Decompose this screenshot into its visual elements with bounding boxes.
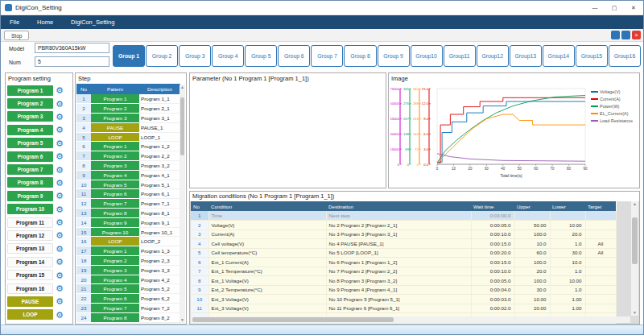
ribbon-collapse-icon[interactable]	[621, 31, 630, 39]
migration-row[interactable]: 7Ext_1 Temperature(°C)No 7 Program 2 [Pr…	[191, 267, 616, 276]
step-row[interactable]: 18Program 2Program 2_3	[76, 256, 180, 266]
group-tab-11[interactable]: Group11	[444, 45, 476, 67]
step-row[interactable]: 12Program 7Program 7_1	[76, 199, 180, 209]
migration-scrollbar[interactable]: ▲ ▼	[631, 201, 638, 316]
group-tab-13[interactable]: Group13	[510, 45, 542, 67]
gear-icon[interactable]: ⚙	[56, 218, 64, 226]
step-row[interactable]: 24Program 8Program 8_2	[76, 312, 180, 322]
gear-icon[interactable]: ⚙	[56, 113, 64, 121]
gear-icon[interactable]: ⚙	[56, 192, 64, 200]
gear-icon[interactable]: ⚙	[56, 271, 64, 279]
num-input[interactable]	[35, 56, 109, 67]
group-tab-7[interactable]: Group 7	[311, 45, 343, 67]
program-button-pause[interactable]: PAUSE	[7, 296, 53, 307]
gear-icon[interactable]: ⚙	[56, 166, 64, 174]
gear-icon[interactable]: ⚙	[56, 100, 64, 108]
gear-icon[interactable]: ⚙	[56, 297, 64, 305]
migration-row[interactable]: 4Cell voltage(V)No 4 PAUSE [PAUSE_1]0:00…	[191, 239, 616, 249]
step-row[interactable]: 5LOOPLOOP_1	[76, 132, 180, 142]
gear-icon[interactable]: ⚙	[56, 126, 64, 134]
program-button-program-9[interactable]: Program 9	[7, 191, 53, 201]
program-button-program-2[interactable]: Program 2	[7, 98, 53, 109]
program-button-program-13[interactable]: Program 13	[7, 243, 53, 254]
step-row[interactable]: 9Program 4Program 4_1	[76, 170, 180, 180]
maximize-icon[interactable]: ▢	[605, 1, 624, 14]
step-row[interactable]: 19Program 3Program 3_3	[76, 265, 180, 275]
group-tab-15[interactable]: Group15	[576, 45, 608, 67]
menu-item-home[interactable]: Home	[28, 15, 62, 29]
gear-icon[interactable]: ⚙	[56, 205, 64, 213]
step-scrollbar[interactable]: ▲ ▼	[180, 85, 185, 323]
step-row[interactable]: 16LOOPLOOP_2	[76, 237, 180, 246]
group-tab-4[interactable]: Group 4	[212, 45, 244, 67]
step-row[interactable]: 17Program 1Program 1_3	[76, 246, 180, 256]
migration-row[interactable]: 10Ext_3 Voltage(V)No 10 Program 5 [Progr…	[191, 295, 616, 304]
step-scroll-thumb[interactable]	[180, 97, 184, 155]
step-row[interactable]: 11Program 6Program 6_1	[76, 189, 180, 199]
gear-icon[interactable]: ⚙	[56, 139, 64, 147]
scroll-up-icon[interactable]: ▲	[631, 201, 638, 207]
gear-icon[interactable]: ⚙	[56, 311, 64, 319]
migration-row[interactable]: 9Ext_2 Temperature(°C)No 9 Program 4 [Pr…	[191, 285, 616, 295]
step-row[interactable]: 13Program 8Program 8_1	[76, 209, 180, 218]
step-row[interactable]: 10Program 5Program 5_1	[76, 180, 180, 189]
program-button-program-11[interactable]: Program 11	[7, 217, 53, 228]
step-row[interactable]: 21Program 5Program 5_2	[76, 284, 180, 294]
menu-item-digicon-setting[interactable]: DigiCon_Setting	[62, 15, 123, 29]
group-tab-16[interactable]: Group16	[609, 45, 641, 67]
ribbon-option-icon[interactable]	[611, 31, 620, 39]
group-tab-3[interactable]: Group 3	[179, 45, 211, 67]
migration-hscrollbar[interactable]	[191, 316, 630, 323]
group-tab-14[interactable]: Group14	[543, 45, 575, 67]
program-button-program-10[interactable]: Program 10	[7, 204, 53, 214]
group-tab-1[interactable]: Group 1	[113, 45, 145, 67]
program-button-program-16[interactable]: Program 16	[7, 283, 53, 294]
ribbon-close-icon[interactable]: ×	[632, 31, 641, 39]
group-tab-2[interactable]: Group 2	[146, 45, 178, 67]
step-row[interactable]: 22Program 6Program 6_2	[76, 294, 180, 304]
program-button-program-7[interactable]: Program 7	[7, 164, 53, 175]
step-row[interactable]: 2Program 2Program 2_1	[76, 104, 180, 114]
step-row[interactable]: 15Program 10Program 10_1	[76, 227, 180, 237]
program-button-program-6[interactable]: Program 6	[7, 151, 53, 162]
migration-row[interactable]: 3Current(A)No 3 Program 3 [Program 3_1]0…	[191, 230, 616, 239]
migration-row[interactable]: 6Ext_1 Current(A)No 6 Program 1 [Program…	[191, 258, 616, 267]
program-button-program-15[interactable]: Program 15	[7, 270, 53, 280]
step-row[interactable]: 3Program 3Program 3_1	[76, 114, 180, 123]
menu-item-file[interactable]: File	[1, 15, 28, 29]
group-tab-6[interactable]: Group 6	[278, 45, 310, 67]
group-tab-5[interactable]: Group 5	[245, 45, 277, 67]
program-button-program-12[interactable]: Program 12	[7, 230, 53, 241]
step-row[interactable]: 23Program 7Program 7_2	[76, 304, 180, 313]
stop-button[interactable]: Stop	[4, 31, 29, 40]
gear-icon[interactable]: ⚙	[56, 152, 64, 160]
migration-hscroll-thumb[interactable]	[192, 317, 394, 322]
program-button-program-3[interactable]: Program 3	[7, 111, 53, 122]
gear-icon[interactable]: ⚙	[56, 258, 64, 266]
gear-icon[interactable]: ⚙	[56, 245, 64, 253]
migration-row[interactable]: 2Voltage(V)No 2 Program 2 [Program 2_1]0…	[191, 221, 616, 230]
program-button-program-4[interactable]: Program 4	[7, 125, 53, 135]
gear-icon[interactable]: ⚙	[56, 231, 64, 239]
step-row[interactable]: 1Program 1Program 1_1	[76, 94, 180, 104]
scroll-down-icon[interactable]: ▼	[180, 317, 185, 323]
model-input[interactable]	[35, 43, 109, 53]
gear-icon[interactable]: ⚙	[56, 179, 64, 187]
migration-scroll-thumb[interactable]	[632, 217, 638, 264]
migration-row[interactable]: 8Ext_1 Voltage(V)No 8 Program 3 [Program…	[191, 276, 616, 286]
step-row[interactable]: 6Program 1Program 1_2	[76, 142, 180, 151]
migration-row[interactable]: 11Ext_3 Voltage(V)No 11 Program 6 [Progr…	[191, 304, 616, 313]
step-row[interactable]: 20Program 4Program 4_2	[76, 275, 180, 284]
step-row[interactable]: 7Program 2Program 2_2	[76, 151, 180, 161]
group-tab-8[interactable]: Group 8	[344, 45, 376, 67]
gear-icon[interactable]: ⚙	[56, 86, 64, 94]
minimize-icon[interactable]: —	[585, 1, 605, 14]
step-row[interactable]: 14Program 9Program 9_1	[76, 217, 180, 227]
migration-row[interactable]: 1TimeNext step0:03:00.0	[191, 211, 616, 221]
program-button-program-5[interactable]: Program 5	[7, 138, 53, 148]
group-tab-9[interactable]: Group 9	[378, 45, 410, 67]
step-row[interactable]: 4PAUSEPAUSE_1	[76, 122, 180, 132]
program-button-program-14[interactable]: Program 14	[7, 257, 53, 267]
program-button-program-8[interactable]: Program 8	[7, 177, 53, 188]
scroll-up-icon[interactable]: ▲	[180, 85, 185, 90]
